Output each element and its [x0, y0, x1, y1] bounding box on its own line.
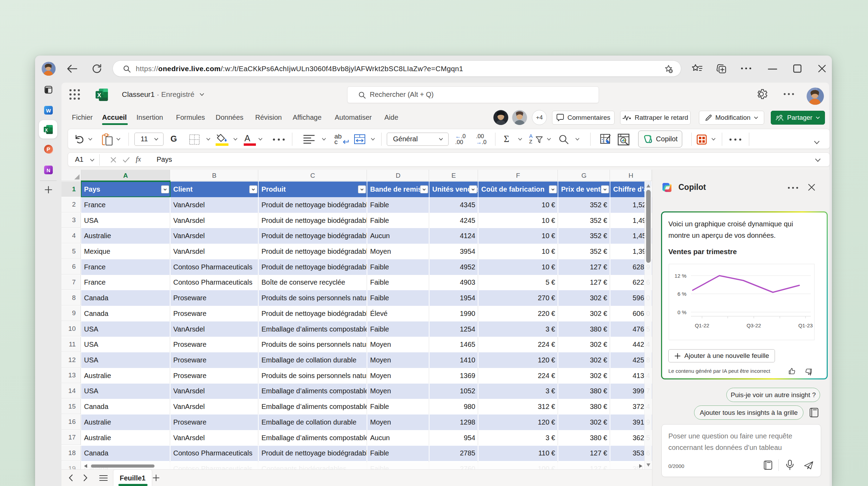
- svg-text:12 %: 12 %: [675, 273, 686, 279]
- svg-text:0 %: 0 %: [677, 309, 686, 315]
- svg-text:N: N: [47, 167, 50, 173]
- svg-text:W: W: [46, 108, 51, 114]
- svg-text:P: P: [47, 146, 50, 152]
- svg-text:X: X: [45, 128, 48, 133]
- svg-text:Q1-23: Q1-23: [798, 322, 813, 328]
- svg-text:Q1-22: Q1-22: [695, 322, 709, 328]
- svg-text:Q3-22: Q3-22: [746, 322, 761, 328]
- svg-text:X: X: [97, 92, 101, 99]
- svg-text:6 %: 6 %: [677, 291, 686, 297]
